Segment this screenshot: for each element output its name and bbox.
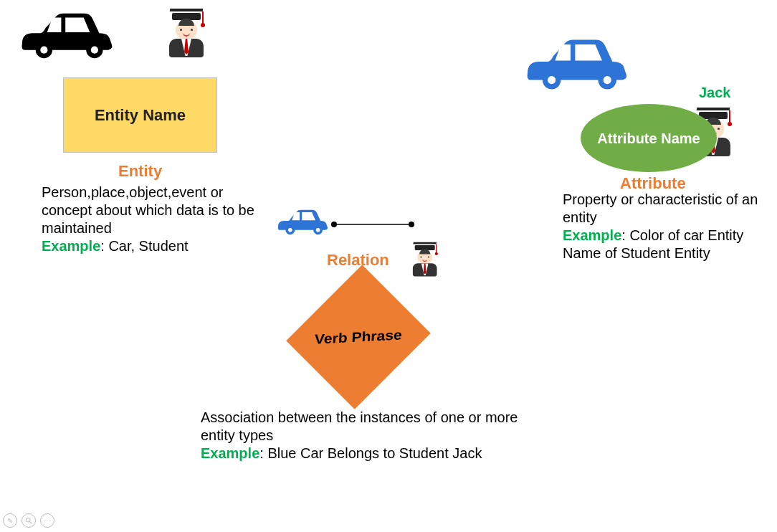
attribute-ellipse-label: Attribute Name: [597, 130, 700, 147]
relation-example-label: Example: [201, 445, 259, 461]
svg-point-7: [316, 228, 320, 232]
entity-name-box: Entity Name: [63, 77, 217, 153]
svg-point-12: [548, 76, 556, 84]
magnify-icon[interactable]: [22, 513, 36, 528]
student-icon: [165, 13, 208, 57]
more-icon[interactable]: ⋯: [40, 513, 54, 528]
relation-description: Association between the instances of one…: [201, 409, 538, 462]
svg-point-10: [409, 222, 414, 227]
svg-point-14: [604, 76, 611, 84]
student-small-icon: [414, 245, 435, 267]
attribute-ellipse: Attribute Name: [581, 104, 717, 172]
clipboard-icon[interactable]: ✎: [3, 513, 17, 528]
svg-line-16: [30, 522, 32, 524]
relation-heading: Relation: [327, 251, 389, 270]
svg-point-15: [26, 518, 30, 522]
attribute-desc-text: Property or characteristic of an entity: [563, 191, 758, 225]
car-blue-icon: [516, 32, 631, 97]
car-black-icon: [10, 7, 118, 65]
car-blue-small-icon: [272, 204, 330, 240]
relation-line: [330, 217, 416, 232]
relation-example-text: : Blue Car Belongs to Student Jack: [259, 445, 482, 461]
entity-description: Person,place,object,event or concept abo…: [42, 184, 257, 255]
entity-example-text: : Car, Student: [100, 238, 188, 254]
attribute-description: Property or characteristic of an entity …: [563, 191, 771, 262]
svg-point-3: [91, 47, 98, 54]
entity-example-label: Example: [42, 238, 100, 254]
svg-point-5: [288, 228, 292, 232]
relation-diamond: Verb Phrase: [280, 280, 437, 394]
attribute-example-label: Example: [563, 227, 621, 243]
svg-point-9: [331, 222, 337, 227]
jack-label: Jack: [699, 85, 731, 101]
entity-box-label: Entity Name: [95, 106, 186, 125]
entity-heading: Entity: [118, 162, 162, 181]
toolbar: ✎ ⋯: [3, 513, 54, 528]
relation-desc-text: Association between the instances of one…: [201, 409, 518, 443]
diamond-label: Verb Phrase: [314, 326, 402, 347]
entity-desc-text: Person,place,object,event or concept abo…: [42, 184, 254, 236]
svg-point-1: [40, 47, 47, 54]
